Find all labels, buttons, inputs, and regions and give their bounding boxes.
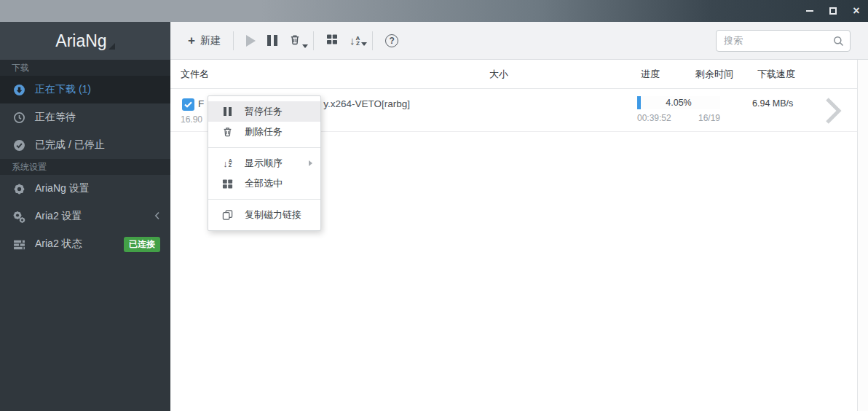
- maximize-icon: [829, 7, 837, 15]
- sidebar: AriaNg 下载 正在下载 (1) 正在等待 已完成 / 已停止 系统设置: [0, 22, 170, 411]
- logo-caret-icon: [108, 43, 115, 50]
- search-icon: [833, 36, 844, 50]
- menu-item-copy-magnet-link[interactable]: 复制磁力链接: [208, 205, 320, 225]
- sidebar-item-finished-stopped[interactable]: 已完成 / 已停止: [0, 131, 170, 159]
- sidebar-item-aria2-status[interactable]: Aria2 状态 已连接: [0, 230, 170, 258]
- task-download-speed: 6.94 MB/s: [752, 98, 793, 109]
- new-task-label: 新建: [200, 34, 221, 47]
- pause-task-button[interactable]: [261, 31, 283, 50]
- arrow-circle-down-icon: [13, 84, 25, 96]
- help-button[interactable]: ?: [379, 30, 404, 52]
- app-logo[interactable]: AriaNg: [0, 22, 170, 60]
- toolbar-separator: [313, 31, 314, 50]
- sort-button[interactable]: ↓ AZ: [344, 31, 366, 50]
- column-header-filename: 文件名: [181, 60, 209, 89]
- sidebar-item-label: AriaNg 设置: [35, 182, 160, 195]
- column-header-size: 大小: [489, 60, 508, 89]
- minimize-button[interactable]: [798, 0, 821, 22]
- app-logo-text: AriaNg: [55, 31, 106, 51]
- search-input[interactable]: [716, 30, 851, 52]
- task-size: 16.90: [181, 114, 202, 125]
- sidebar-item-ariang-settings[interactable]: AriaNg 设置: [0, 175, 170, 203]
- progress-bar: 4.05%: [637, 96, 720, 109]
- maximize-button[interactable]: [821, 0, 845, 22]
- sidebar-item-label: 已完成 / 已停止: [35, 138, 160, 152]
- progress-percent: 4.05%: [637, 96, 720, 109]
- connection-status-badge: 已连接: [124, 237, 160, 252]
- menu-separator: [208, 199, 320, 200]
- check-icon: [184, 101, 192, 108]
- toolbar-separator: [372, 31, 373, 50]
- menu-item-select-all[interactable]: 全部选中: [208, 173, 320, 194]
- copy-icon: [221, 209, 234, 221]
- menu-item-label: 全部选中: [245, 177, 283, 190]
- trash-icon: [221, 126, 234, 138]
- sort-az-icon: ↓ AZ: [350, 35, 360, 46]
- column-header-remaining-time: 剩余时间: [695, 60, 733, 89]
- toolbar-separator: [233, 31, 234, 50]
- sidebar-item-downloading[interactable]: 正在下载 (1): [0, 76, 170, 103]
- gears-icon: [13, 211, 25, 223]
- sidebar-item-label: Aria2 状态: [35, 238, 124, 251]
- grid-icon: [221, 178, 234, 189]
- sort-icon: ↓AZ: [221, 157, 234, 169]
- caret-down-icon: [302, 44, 308, 48]
- close-button[interactable]: ×: [845, 0, 868, 22]
- sidebar-item-aria2-settings[interactable]: Aria2 设置: [0, 203, 170, 230]
- sidebar-item-waiting[interactable]: 正在等待: [0, 103, 170, 131]
- menu-item-display-order[interactable]: ↓AZ 显示顺序: [208, 153, 320, 173]
- sidebar-item-label: 正在下载 (1): [35, 83, 160, 96]
- menu-item-label: 删除任务: [245, 125, 283, 138]
- play-icon: [246, 35, 256, 47]
- expand-row-chevron-icon[interactable]: [824, 96, 843, 128]
- task-progress-cell: 4.05% 00:39:52 16/19: [637, 96, 720, 123]
- minimize-icon: [806, 10, 813, 12]
- scrollbar-track[interactable]: [857, 60, 868, 411]
- menu-item-label: 暂停任务: [245, 105, 283, 118]
- clock-icon: [13, 111, 25, 124]
- search-box: [716, 30, 851, 52]
- task-connections: 16/19: [698, 113, 720, 123]
- grid-icon: [326, 34, 338, 47]
- close-icon: ×: [853, 5, 859, 17]
- sidebar-section-download: 下载: [0, 60, 170, 76]
- task-table-header: 文件名 大小 进度 剩余时间 下载速度: [170, 60, 868, 89]
- new-task-button[interactable]: + 新建: [182, 30, 226, 52]
- menu-item-label: 复制磁力链接: [245, 208, 301, 222]
- select-all-button[interactable]: [320, 29, 344, 52]
- task-checkbox[interactable]: [182, 98, 194, 111]
- context-menu: 暂停任务 删除任务 ↓AZ 显示顺序 全部选中 复制磁力: [208, 95, 321, 231]
- menu-item-label: 显示顺序: [245, 157, 283, 170]
- menu-item-delete-task[interactable]: 删除任务: [208, 122, 320, 142]
- column-header-download-speed: 下载速度: [757, 60, 795, 89]
- submenu-caret-icon: [309, 160, 312, 166]
- pause-icon: [267, 35, 277, 46]
- tasks-icon: [13, 238, 25, 251]
- sidebar-section-settings: 系统设置: [0, 159, 170, 175]
- task-remaining-time: 00:39:52: [637, 113, 671, 123]
- chevron-left-icon: [154, 211, 160, 222]
- sidebar-item-label: Aria2 设置: [35, 210, 154, 223]
- column-header-progress: 进度: [641, 60, 660, 89]
- delete-task-button[interactable]: [283, 29, 307, 52]
- pause-icon: [221, 106, 234, 117]
- menu-separator: [208, 147, 320, 148]
- menu-item-pause-task[interactable]: 暂停任务: [208, 101, 320, 122]
- plus-icon: +: [188, 34, 195, 47]
- app-window: × AriaNg 下载 正在下载 (1) 正在等待 已完成 / 已停止 系: [0, 0, 868, 411]
- sidebar-item-label: 正在等待: [35, 111, 160, 124]
- gear-icon: [13, 183, 25, 195]
- trash-icon: [289, 34, 301, 48]
- titlebar: ×: [0, 0, 868, 22]
- question-circle-icon: ?: [385, 34, 398, 47]
- start-task-button[interactable]: [240, 31, 261, 51]
- caret-down-icon: [361, 42, 367, 46]
- check-circle-icon: [13, 139, 25, 152]
- toolbar: + 新建: [170, 22, 868, 60]
